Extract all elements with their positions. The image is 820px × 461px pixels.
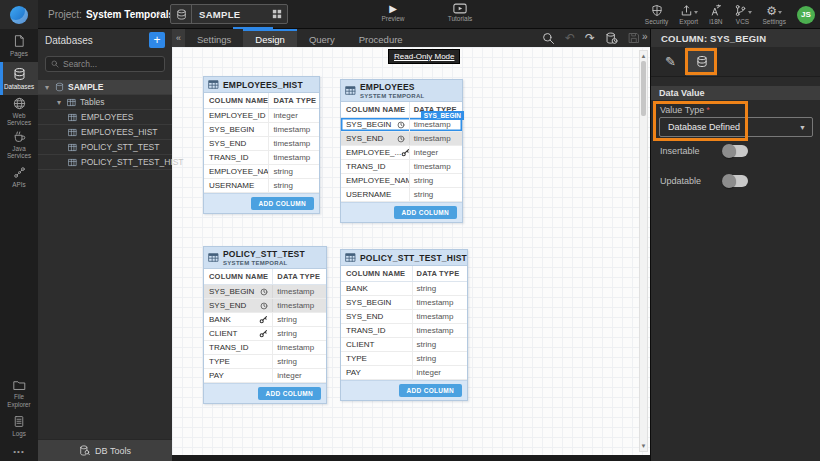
- rail-item-pages[interactable]: Pages: [0, 29, 38, 62]
- redo-icon[interactable]: ↷: [585, 31, 595, 45]
- tree-node-table[interactable]: EMPLOYEES_HIST: [38, 125, 172, 140]
- table-card-header[interactable]: POLICY_STT_TEST_HIST: [341, 250, 467, 266]
- rail-item-databases[interactable]: Databases: [0, 62, 38, 95]
- tree-node-table[interactable]: POLICY_STT_TEST: [38, 140, 172, 155]
- table-row[interactable]: PAYinteger: [204, 369, 326, 383]
- table-card-header[interactable]: EMPLOYEES SYSTEM TEMPORAL: [341, 80, 462, 102]
- table-row[interactable]: SYS_END timestamp: [204, 299, 326, 313]
- table-row[interactable]: SYS_END timestamp: [341, 132, 462, 146]
- caret-down-icon[interactable]: ▾: [55, 98, 63, 107]
- table-row[interactable]: SYS_ENDtimestamp: [204, 137, 319, 151]
- table-row[interactable]: PAYinteger: [341, 366, 467, 380]
- table-row[interactable]: TRANS_IDtimestamp: [204, 341, 326, 355]
- scrollbar-thumb[interactable]: [641, 61, 646, 116]
- tab-settings[interactable]: Settings: [185, 29, 243, 47]
- user-avatar[interactable]: JS: [797, 6, 815, 24]
- undo-icon[interactable]: ↶: [565, 31, 575, 45]
- tab-design[interactable]: Design: [243, 29, 297, 47]
- column-type: string: [268, 179, 319, 192]
- tree-node-sample-db[interactable]: ▾ SAMPLE: [38, 80, 172, 95]
- table-row[interactable]: TRANS_IDtimestamp: [341, 160, 462, 174]
- table-row[interactable]: TRANS_IDtimestamp: [341, 324, 467, 338]
- table-row[interactable]: TRANS_IDtimestamp: [204, 151, 319, 165]
- add-column-button[interactable]: ADD COLUMN: [258, 387, 321, 400]
- vcs-button[interactable]: VCS: [734, 4, 752, 25]
- insertable-toggle[interactable]: [723, 145, 748, 157]
- rail-item-apis[interactable]: APIs: [0, 161, 38, 194]
- grid-icon[interactable]: [267, 9, 287, 19]
- tab-query[interactable]: Query: [297, 29, 347, 47]
- table-card-header[interactable]: POLICY_STT_TEST SYSTEM TEMPORAL: [204, 247, 326, 269]
- table-row[interactable]: USERNAMEstring: [341, 188, 462, 202]
- design-canvas[interactable]: Read-Only Mode EMPLOYEES_HIST COLUMN NAM…: [172, 47, 650, 455]
- table-row[interactable]: SYS_ENDtimestamp: [341, 310, 467, 324]
- add-column-button[interactable]: ADD COLUMN: [251, 197, 314, 210]
- readonly-mode-badge: Read-Only Mode: [388, 49, 460, 64]
- i18n-button[interactable]: i18N: [709, 4, 722, 25]
- table-card-policy-stt-test-hist[interactable]: POLICY_STT_TEST_HIST COLUMN NAME DATA TY…: [340, 249, 468, 401]
- settings-button[interactable]: ⚙ Settings: [763, 4, 787, 25]
- add-column-button[interactable]: ADD COLUMN: [399, 384, 462, 397]
- collapse-panel-button[interactable]: «: [172, 29, 185, 47]
- caret-down-icon[interactable]: ▾: [43, 83, 51, 92]
- table-row[interactable]: SYS_BEGINtimestamp: [341, 296, 467, 310]
- edit-tab[interactable]: ✎: [655, 47, 686, 76]
- rail-item-java-services[interactable]: Java Services: [0, 128, 38, 161]
- search-input[interactable]: [63, 59, 159, 69]
- rail-item-logs[interactable]: Logs: [0, 410, 38, 443]
- data-tab[interactable]: [686, 47, 717, 76]
- table-row[interactable]: USERNAMEstring: [204, 179, 319, 193]
- rail-item-web-services[interactable]: Web Services: [0, 95, 38, 128]
- table-row[interactable]: EMPLOYEE_NAMEstring: [204, 165, 319, 179]
- table-row[interactable]: EMPLOYEE_... integer: [341, 146, 462, 160]
- rail-item-file-explorer[interactable]: File Explorer: [0, 377, 38, 410]
- gear-icon: ⚙: [766, 5, 777, 17]
- database-icon: [55, 82, 64, 92]
- table-row[interactable]: EMPLOYEE_IDinteger: [204, 109, 319, 123]
- preview-button[interactable]: ▶ Preview: [372, 3, 414, 22]
- column-name: EMPLOYEE_NAME: [346, 176, 409, 185]
- column-type: integer: [272, 369, 326, 382]
- top-bar: Project: System Temporals › SAMPLE ▶ Pre…: [0, 0, 820, 29]
- table-row[interactable]: CLIENTstring: [341, 338, 467, 352]
- left-icon-rail: Pages Databases Web Services Java Servic…: [0, 29, 38, 461]
- scroll-down-arrow[interactable]: ▼: [640, 442, 647, 450]
- table-row[interactable]: TYPEstring: [204, 355, 326, 369]
- sample-workspace-tab[interactable]: SAMPLE: [170, 4, 288, 24]
- db-refresh-icon[interactable]: [605, 32, 618, 45]
- search-box[interactable]: [45, 56, 165, 72]
- app-logo[interactable]: [0, 0, 38, 29]
- more-options-button[interactable]: •••: [0, 443, 38, 459]
- table-card-employees[interactable]: EMPLOYEES SYSTEM TEMPORAL COLUMN NAME DA…: [340, 79, 463, 223]
- table-row[interactable]: BANK string: [204, 313, 326, 327]
- table-row-selected[interactable]: SYS_BEGIN timestamp SYS_BEGIN: [341, 118, 462, 132]
- table-row[interactable]: TYPEstring: [341, 352, 467, 366]
- table-card-policy-stt-test[interactable]: POLICY_STT_TEST SYSTEM TEMPORAL COLUMN N…: [203, 246, 327, 404]
- tree-node-table[interactable]: EMPLOYEES: [38, 110, 172, 125]
- add-database-button[interactable]: +: [149, 32, 165, 48]
- security-button[interactable]: Security: [645, 4, 668, 25]
- expand-panel-button[interactable]: »: [642, 31, 648, 42]
- save-icon[interactable]: [628, 32, 640, 44]
- tutorials-button[interactable]: Tutorials: [435, 3, 485, 22]
- db-tools-button[interactable]: DB Tools: [38, 439, 172, 461]
- tab-procedure[interactable]: Procedure: [347, 29, 415, 47]
- tree-node-tables[interactable]: ▾ Tables: [38, 95, 172, 110]
- search-icon[interactable]: [542, 32, 555, 45]
- rail-bottom-group: File Explorer Logs •••: [0, 377, 38, 459]
- table-card-header[interactable]: EMPLOYEES_HIST: [204, 77, 319, 93]
- clock-icon: [397, 121, 405, 129]
- canvas-scrollbar[interactable]: ▲ ▼: [639, 50, 648, 452]
- add-column-button[interactable]: ADD COLUMN: [394, 206, 457, 219]
- table-row[interactable]: BANKstring: [341, 282, 467, 296]
- table-row[interactable]: CLIENT string: [204, 327, 326, 341]
- updatable-toggle[interactable]: [723, 175, 748, 187]
- tree-node-table[interactable]: POLICY_STT_TEST_HIST: [38, 155, 172, 170]
- table-row[interactable]: SYS_BEGIN timestamp: [204, 285, 326, 299]
- table-row[interactable]: EMPLOYEE_NAMEstring: [341, 174, 462, 188]
- scroll-up-arrow[interactable]: ▲: [640, 52, 647, 60]
- export-button[interactable]: Export: [679, 4, 698, 25]
- table-card-employees-hist[interactable]: EMPLOYEES_HIST COLUMN NAME DATA TYPE EMP…: [203, 76, 320, 214]
- table-row[interactable]: SYS_BEGINtimestamp: [204, 123, 319, 137]
- value-type-select[interactable]: Database Defined ▼: [659, 117, 813, 137]
